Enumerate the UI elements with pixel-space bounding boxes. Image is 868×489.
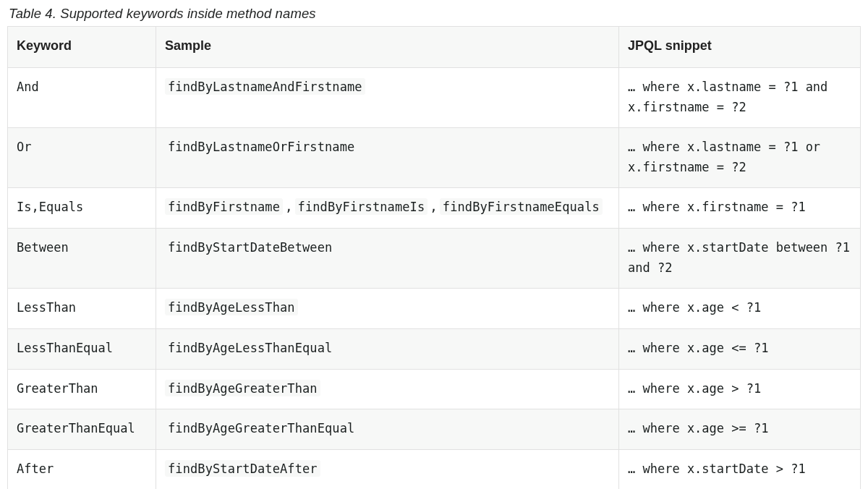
- cell-keyword: LessThan: [8, 288, 156, 328]
- cell-sample: findByFirstname,findByFirstnameIs,findBy…: [156, 187, 619, 228]
- table-caption: Table 4. Supported keywords inside metho…: [9, 6, 861, 22]
- cell-jpql: … where x.startDate between ?1 and ?2: [619, 228, 861, 288]
- col-header-sample: Sample: [156, 27, 619, 68]
- cell-jpql: … where x.age >= ?1: [619, 409, 861, 450]
- sample-code: findByFirstname: [165, 198, 283, 215]
- sample-code: findByAgeLessThanEqual: [165, 339, 335, 356]
- sample-code: findByStartDateAfter: [165, 460, 320, 477]
- cell-keyword: Or: [8, 127, 156, 187]
- cell-keyword: LessThanEqual: [8, 328, 156, 369]
- cell-keyword: GreaterThan: [8, 369, 156, 409]
- cell-jpql: … where x.age < ?1: [619, 288, 861, 328]
- table-row: GreaterThanEqualfindByAgeGreaterThanEqua…: [8, 409, 861, 450]
- cell-sample: findByLastnameAndFirstname: [156, 67, 619, 127]
- cell-sample: findByAgeGreaterThanEqual: [156, 409, 619, 450]
- col-header-keyword: Keyword: [8, 27, 156, 68]
- keywords-table: Keyword Sample JPQL snippet AndfindByLas…: [7, 26, 861, 489]
- cell-keyword: GreaterThanEqual: [8, 409, 156, 450]
- cell-jpql: … where x.startDate > ?1: [619, 450, 861, 489]
- cell-keyword: And: [8, 67, 156, 127]
- cell-sample: findByAgeLessThan: [156, 288, 619, 328]
- cell-sample: findByLastnameOrFirstname: [156, 127, 619, 187]
- cell-sample: findByStartDateBetween: [156, 228, 619, 288]
- col-header-jpql: JPQL snippet: [619, 27, 861, 68]
- table-row: AndfindByLastnameAndFirstname… where x.l…: [8, 67, 861, 127]
- cell-keyword: Is,Equals: [8, 187, 156, 228]
- cell-jpql: … where x.lastname = ?1 or x.firstname =…: [619, 127, 861, 187]
- sample-separator: ,: [427, 200, 440, 214]
- sample-separator: ,: [283, 200, 295, 214]
- sample-code: findByAgeGreaterThanEqual: [165, 420, 357, 436]
- table-row: OrfindByLastnameOrFirstname… where x.las…: [8, 127, 861, 187]
- table-row: Is,EqualsfindByFirstname,findByFirstname…: [8, 187, 861, 228]
- table-row: AfterfindByStartDateAfter… where x.start…: [8, 450, 861, 489]
- sample-code: findByFirstnameEquals: [440, 198, 603, 215]
- table-row: BetweenfindByStartDateBetween… where x.s…: [8, 228, 861, 288]
- cell-keyword: Between: [8, 228, 156, 288]
- sample-code: findByAgeLessThan: [165, 299, 298, 315]
- cell-sample: findByStartDateAfter: [156, 450, 619, 489]
- cell-jpql: … where x.lastname = ?1 and x.firstname …: [619, 67, 861, 127]
- cell-jpql: … where x.firstname = ?1: [619, 187, 861, 228]
- table-row: LessThanEqualfindByAgeLessThanEqual… whe…: [8, 328, 861, 369]
- sample-code: findByLastnameOrFirstname: [165, 138, 357, 155]
- sample-code: findByLastnameAndFirstname: [165, 78, 365, 95]
- table-header-row: Keyword Sample JPQL snippet: [8, 27, 861, 68]
- table-row: GreaterThanfindByAgeGreaterThan… where x…: [8, 369, 861, 409]
- cell-jpql: … where x.age > ?1: [619, 369, 861, 409]
- table-row: LessThanfindByAgeLessThan… where x.age <…: [8, 288, 861, 328]
- sample-code: findByFirstnameIs: [295, 198, 428, 215]
- cell-keyword: After: [8, 450, 156, 489]
- cell-sample: findByAgeLessThanEqual: [156, 328, 619, 369]
- sample-code: findByAgeGreaterThan: [165, 380, 320, 396]
- sample-code: findByStartDateBetween: [165, 239, 335, 255]
- cell-jpql: … where x.age <= ?1: [619, 328, 861, 369]
- cell-sample: findByAgeGreaterThan: [156, 369, 619, 409]
